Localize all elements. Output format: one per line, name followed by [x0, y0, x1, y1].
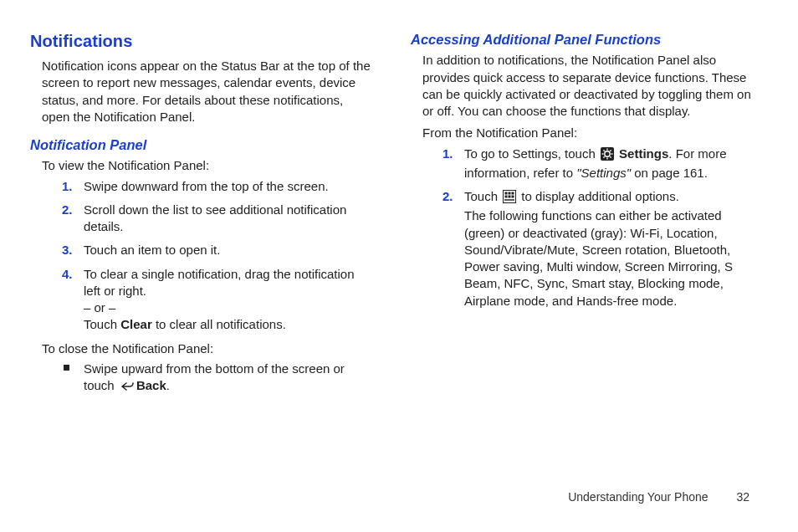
svg-rect-12	[509, 192, 511, 195]
settings-bold: Settings	[619, 146, 668, 161]
step-text: Touch an item to open it.	[84, 243, 220, 257]
step4-line1: To clear a single notification, drag the…	[84, 267, 355, 298]
step-text: Scroll down the list to see additional n…	[84, 202, 346, 233]
step4-pre: Touch	[84, 317, 120, 331]
close-intro: To close the Notification Panel:	[30, 340, 371, 357]
rstep-1: 1. To go to Settings, touch Settings. Fo…	[442, 146, 751, 182]
svg-line-9	[603, 156, 604, 157]
s1-c: on page 161.	[631, 166, 708, 180]
close-list: Swipe upward from the bottom of the scre…	[30, 361, 371, 397]
intro-text: Notification icons appear on the Status …	[30, 58, 371, 125]
gear-icon	[601, 147, 614, 165]
svg-rect-14	[505, 196, 508, 198]
step-text: Swipe downward from the top of the scree…	[84, 179, 329, 193]
step4-or: – or –	[84, 300, 115, 315]
settings-ref: "Settings"	[576, 166, 631, 180]
heading-notification-panel: Notification Panel	[30, 136, 371, 154]
svg-rect-16	[512, 196, 514, 198]
close-post: .	[166, 378, 170, 392]
back-icon	[120, 380, 135, 396]
step4-post: to clear all notifications.	[152, 317, 286, 331]
step-4: 4. To clear a single notification, drag …	[62, 266, 371, 334]
grid-icon	[503, 190, 516, 207]
svg-line-7	[610, 156, 611, 157]
clear-bold: Clear	[120, 317, 152, 331]
page-number: 32	[736, 490, 749, 504]
heading-additional-functions: Accessing Additional Panel Functions	[411, 30, 751, 49]
right-steps: 1. To go to Settings, touch Settings. Fo…	[411, 146, 751, 309]
s1-a: To go to Settings, touch	[464, 146, 599, 161]
s2-b: to display additional options.	[518, 189, 679, 203]
svg-rect-13	[512, 192, 514, 195]
heading-notifications: Notifications	[30, 30, 371, 53]
chapter-title: Understanding Your Phone	[568, 490, 708, 504]
view-intro: To view the Notification Panel:	[30, 157, 371, 174]
right-intro: In addition to notifications, the Notifi…	[411, 52, 751, 120]
from-panel: From the Notification Panel:	[411, 125, 751, 141]
left-column: Notifications Notification icons appear …	[30, 30, 371, 396]
close-item: Swipe upward from the bottom of the scre…	[62, 361, 371, 397]
svg-rect-15	[509, 196, 511, 198]
steps-list: 1.Swipe downward from the top of the scr…	[30, 178, 371, 334]
svg-rect-11	[505, 192, 508, 195]
right-column: Accessing Additional Panel Functions In …	[411, 30, 751, 396]
page-footer: Understanding Your Phone 32	[568, 490, 749, 504]
step-2: 2.Scroll down the list to see additional…	[62, 202, 371, 236]
svg-line-8	[610, 150, 611, 151]
rstep-2: 2. Touch to display additional options. …	[442, 188, 751, 309]
back-bold: Back	[136, 378, 166, 392]
s2-body: The following functions can either be ac…	[464, 208, 733, 307]
step-1: 1.Swipe downward from the top of the scr…	[62, 178, 371, 195]
step-3: 3.Touch an item to open it.	[62, 242, 371, 258]
s2-a: Touch	[464, 189, 501, 203]
svg-line-6	[603, 150, 604, 151]
